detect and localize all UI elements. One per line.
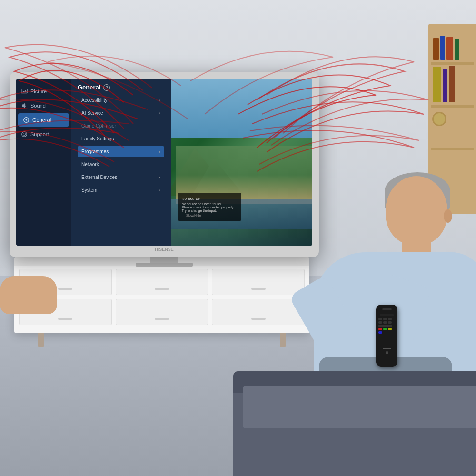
sidebar-general-label: General	[32, 117, 51, 123]
remote-btn-red[interactable]	[378, 328, 382, 330]
svg-point-2	[22, 132, 27, 137]
arrow-icon: ›	[159, 175, 160, 180]
remote-label-bar	[380, 314, 394, 316]
left-hand	[0, 271, 62, 314]
main-panel-title: General ?	[78, 84, 164, 91]
sound-icon	[21, 102, 28, 109]
tv-sidebar: Picture Sound	[16, 79, 71, 246]
cabinet-drawer-5	[116, 299, 208, 325]
support-icon	[21, 131, 28, 138]
remote-btn-blue[interactable]	[378, 331, 382, 334]
remote-btn-green[interactable]	[383, 328, 387, 330]
book-2	[440, 36, 445, 60]
sofa-cushion	[243, 386, 476, 428]
picture-icon	[21, 88, 28, 95]
shelf-plank-2	[431, 105, 474, 108]
option-accessibility[interactable]: Accessibility ›	[78, 95, 164, 106]
sidebar-picture-label: Picture	[30, 89, 47, 94]
remote-ir	[382, 308, 392, 310]
help-icon[interactable]: ?	[103, 84, 110, 91]
option-family-settings[interactable]: Family Settings	[78, 133, 164, 144]
remote-ok-btn[interactable]	[383, 348, 391, 357]
svg-point-3	[23, 133, 25, 136]
arrow-icon: ›	[159, 149, 160, 154]
remote-btn-1[interactable]	[378, 318, 382, 320]
remote-btn-2[interactable]	[383, 318, 387, 320]
hand-shape	[0, 276, 57, 314]
remote-btn-4[interactable]	[378, 321, 382, 324]
option-ai-service[interactable]: AI Service ›	[78, 108, 164, 119]
person-ear	[444, 209, 452, 223]
remote-btn-3[interactable]	[388, 318, 392, 320]
remote-control	[376, 305, 397, 367]
book-3	[446, 37, 453, 60]
option-network[interactable]: Network	[78, 159, 164, 170]
sidebar-item-general[interactable]: General	[18, 113, 69, 127]
remote-btn-yellow[interactable]	[388, 328, 392, 330]
svg-rect-0	[21, 89, 27, 93]
sidebar-support-label: Support	[30, 131, 49, 137]
option-programmes[interactable]: Programmes ›	[78, 146, 164, 157]
sofa	[233, 371, 476, 476]
remote-buttons	[378, 318, 395, 334]
tv-stand-neck	[150, 257, 178, 263]
arrow-icon: ›	[159, 188, 160, 193]
shelf-plank-1	[431, 62, 474, 65]
person-head	[386, 176, 447, 245]
remote-btn-6[interactable]	[388, 321, 392, 324]
general-icon	[23, 117, 30, 123]
arrow-icon: ›	[159, 111, 160, 116]
sidebar-item-picture[interactable]: Picture	[16, 85, 71, 98]
sidebar-item-support[interactable]: Support	[16, 128, 71, 141]
remote-btn-wide[interactable]	[378, 325, 392, 327]
book-5	[433, 67, 441, 102]
option-game-optimiser: Game Optimiser	[78, 120, 164, 131]
tv-stand-base	[136, 263, 193, 267]
cabinet-drawer-2	[116, 269, 208, 295]
sidebar-sound-label: Sound	[30, 103, 46, 109]
book-1	[433, 38, 439, 60]
option-external-devices[interactable]: External Devices ›	[78, 172, 164, 183]
book-4	[455, 39, 459, 60]
tv-main-panel: General ? Accessibility › AI Service ›	[71, 79, 171, 246]
book-7	[449, 66, 455, 102]
cabinet-leg-1	[38, 333, 44, 347]
book-6	[443, 69, 447, 102]
sidebar-item-sound[interactable]: Sound	[16, 99, 71, 112]
option-system[interactable]: System ›	[78, 185, 164, 196]
remote-btn-5[interactable]	[383, 321, 387, 324]
arrow-icon: ›	[159, 98, 160, 103]
